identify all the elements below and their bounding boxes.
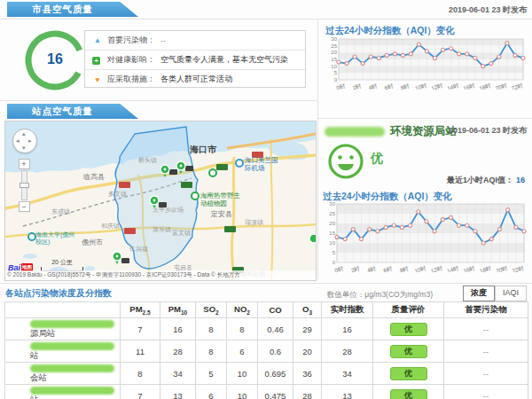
- quality-badge: 优: [390, 345, 427, 358]
- svg-text:4时: 4时: [368, 82, 378, 90]
- value-cell: 29: [293, 318, 322, 340]
- svg-text:0时: 0时: [335, 82, 345, 90]
- value-cell: 10: [227, 385, 258, 399]
- table-row[interactable]: 会站8345100.6953634优--: [5, 363, 528, 385]
- map-label: 儋州市: [82, 239, 103, 246]
- health-icon: +: [92, 57, 100, 65]
- station-marker: [113, 252, 121, 264]
- svg-text:5: 5: [332, 250, 336, 255]
- rating-cell: 优: [373, 340, 444, 363]
- rating-cell: 优: [373, 318, 444, 340]
- info-label: 应采取措施：: [107, 74, 155, 85]
- zoom-out-button[interactable]: −: [19, 201, 30, 212]
- value-cell: 34: [322, 363, 373, 385]
- svg-text:20时: 20时: [495, 264, 508, 272]
- primary-pollutant-cell: --: [444, 318, 528, 340]
- table-row[interactable]: 站1128860.62028优--: [5, 340, 528, 363]
- airport-icon: [236, 160, 243, 167]
- section-header-station-air: 站点空气质量: [7, 104, 138, 119]
- value-cell: 13: [160, 385, 196, 399]
- svg-text:6时: 6时: [384, 82, 394, 90]
- zoom-slider-handle[interactable]: [20, 183, 29, 188]
- column-header: PM10: [160, 302, 196, 318]
- rating-cell: 优: [373, 363, 444, 385]
- smiley-icon: [326, 142, 365, 181]
- svg-text:0时: 0时: [333, 265, 343, 272]
- value-cell: 28: [293, 385, 322, 399]
- map-label: 海口市: [190, 145, 216, 155]
- blurred-station-name: [325, 127, 385, 137]
- map-canvas[interactable]: 海口市 海口美兰国际机场 海南热带野生动植物园 临高县 桥头镇 多文镇 东成镇 …: [4, 121, 317, 281]
- recent-aqi: 最近1小时AQI值：16: [447, 175, 525, 186]
- map-label: 瑞溪镇: [245, 219, 263, 226]
- primary-pollutant-cell: --: [444, 363, 528, 385]
- map-label: 临高县: [83, 173, 105, 181]
- publish-time: 2019-06-01 23 时发布: [449, 4, 527, 16]
- svg-text:14时: 14时: [446, 264, 459, 272]
- value-cell: 13: [322, 385, 373, 399]
- svg-text:8时: 8时: [399, 265, 409, 272]
- chart-title-city: 过去24小时分指数（AQI）变化: [325, 25, 455, 37]
- section-header-city-air: 市县空气质量: [7, 2, 138, 17]
- value-cell: 6: [227, 340, 258, 363]
- svg-text:30: 30: [331, 36, 337, 42]
- map-label: 加乐镇: [153, 226, 171, 233]
- toggle-concentration-button[interactable]: 浓度: [463, 286, 495, 301]
- map-label: 仁兴镇: [129, 246, 148, 253]
- info-value: 空气质量令人满意，基本无空气污染: [160, 54, 288, 66]
- toggle-iaqi-button[interactable]: IAQI: [495, 286, 527, 301]
- svg-text:18时: 18时: [479, 264, 492, 272]
- value-cell: 16: [160, 318, 196, 340]
- unit-note: 数值单位：μg/m3(CO为mg/m3): [327, 290, 433, 301]
- quality-badge: 优: [390, 389, 427, 399]
- map-label: 东成镇: [51, 208, 70, 215]
- column-header: NO2: [227, 302, 258, 318]
- zoom-slider[interactable]: [21, 170, 27, 200]
- map-label: 定安县: [211, 210, 232, 218]
- svg-text:25: 25: [331, 43, 337, 49]
- svg-text:30: 30: [329, 201, 335, 207]
- svg-text:10: 10: [329, 240, 335, 246]
- value-cell: 0.46: [258, 318, 293, 340]
- primary-pollutant-cell: --: [444, 385, 528, 399]
- map-zoom-control[interactable]: + −: [18, 159, 30, 212]
- recent-aqi-value: 16: [516, 176, 525, 184]
- svg-text:0: 0: [334, 77, 338, 82]
- station-marker: [309, 234, 316, 243]
- blurred-station-name: [30, 320, 114, 328]
- table-row[interactable]: 站7136100.4752813优--: [5, 385, 528, 399]
- station-publish-time: 2019-06-01 23 时发布: [449, 125, 527, 137]
- station-name-cell: 站: [5, 385, 121, 399]
- info-row-measures: ♥ 应采取措施： 各类人群可正常活动: [85, 69, 305, 89]
- table-row[interactable]: 源局站716880.462916优--: [5, 318, 528, 340]
- value-cell: 16: [322, 318, 373, 340]
- blurred-station-name: [30, 364, 114, 372]
- map-attribution: © 2019 Baidu - GS(2018)5572号 - 甲测资字11009…: [5, 270, 316, 280]
- aqi-line-chart-station: 0510152025300时2时4时6时8时10时12时14时16时18时20时…: [323, 201, 528, 272]
- column-header: 首要污染物: [444, 302, 528, 318]
- svg-text:10时: 10时: [414, 264, 427, 272]
- svg-text:16时: 16时: [463, 264, 476, 272]
- svg-text:2时: 2时: [350, 265, 360, 272]
- value-cell: 0.475: [258, 385, 293, 399]
- value-cell: 8: [196, 318, 227, 340]
- value-cell: 6: [196, 385, 227, 399]
- quality-badge: 优: [390, 367, 427, 380]
- blurred-station-name: [30, 387, 114, 395]
- station-name-cell: 会站: [5, 363, 121, 385]
- value-cell: 0.6: [258, 340, 293, 363]
- svg-text:22时: 22时: [511, 82, 524, 90]
- rating-cell: 优: [373, 385, 444, 399]
- pan-left-icon: ◂: [16, 137, 20, 144]
- value-cell: 10: [227, 363, 258, 385]
- map-pan-control[interactable]: ▴ ▾ ◂ ▸: [12, 129, 37, 153]
- zoom-in-button[interactable]: +: [19, 159, 30, 169]
- column-header: CO: [258, 302, 293, 318]
- svg-text:10: 10: [331, 64, 337, 69]
- poi-icon: [28, 233, 35, 240]
- station-aqi-level: 优: [371, 151, 383, 167]
- station-name: 环境资源局站: [390, 124, 457, 139]
- svg-text:5: 5: [334, 70, 338, 75]
- blurred-station-name: [30, 342, 114, 350]
- value-cell: 8: [196, 340, 227, 363]
